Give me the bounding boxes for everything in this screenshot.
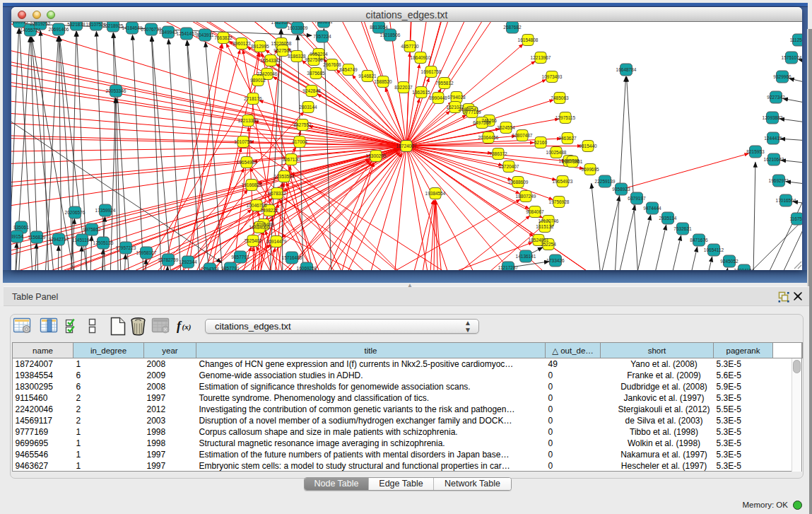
svg-text:10973493: 10973493	[542, 74, 563, 79]
svg-text:18300295: 18300295	[366, 153, 387, 158]
svg-text:8349943: 8349943	[159, 30, 177, 35]
svg-text:8960123: 8960123	[233, 41, 251, 46]
svg-text:(x): (x)	[182, 322, 192, 332]
svg-text:18807249: 18807249	[516, 194, 536, 199]
svg-text:1010755: 1010755	[234, 139, 252, 144]
svg-text:16210643: 16210643	[764, 157, 784, 162]
svg-text:10025488: 10025488	[546, 150, 567, 155]
svg-text:18640910: 18640910	[411, 55, 431, 60]
svg-text:8322037: 8322037	[394, 85, 413, 90]
svg-text:9245052: 9245052	[720, 259, 739, 264]
svg-text:12213389: 12213389	[238, 118, 259, 123]
svg-text:20691406: 20691406	[49, 27, 69, 32]
svg-text:18724007: 18724007	[396, 144, 417, 148]
svg-text:16914479: 16914479	[266, 239, 287, 244]
svg-text:17829186: 17829186	[271, 22, 292, 25]
svg-text:16648784: 16648784	[616, 67, 637, 72]
svg-text:16033809: 16033809	[288, 25, 308, 30]
svg-text:17016504: 17016504	[776, 198, 796, 203]
svg-text:1588520: 1588520	[374, 79, 392, 84]
svg-text:7632621: 7632621	[673, 226, 692, 231]
svg-text:3267130: 3267130	[282, 157, 300, 162]
svg-text:8990448: 8990448	[429, 95, 447, 100]
svg-text:20364456: 20364456	[478, 135, 499, 140]
svg-text:10004154: 10004154	[734, 268, 755, 270]
svg-text:2935114: 2935114	[659, 216, 677, 221]
svg-text:1292344: 1292344	[179, 259, 197, 264]
svg-text:3875685: 3875685	[307, 71, 325, 76]
svg-text:9474444: 9474444	[643, 206, 661, 211]
svg-text:15751074: 15751074	[782, 55, 802, 60]
svg-text:16543342: 16543342	[261, 58, 281, 63]
svg-text:9699695: 9699695	[581, 167, 599, 172]
svg-text:9463627: 9463627	[558, 136, 577, 141]
svg-text:7389691: 7389691	[314, 22, 333, 24]
svg-text:9146821: 9146821	[358, 74, 377, 78]
svg-text:2794304: 2794304	[201, 267, 219, 270]
svg-text:16484000: 16484000	[249, 225, 270, 230]
svg-text:9857791: 9857791	[221, 266, 240, 270]
svg-text:7386372: 7386372	[489, 151, 507, 156]
svg-text:62160: 62160	[534, 140, 547, 145]
svg-text:17359924: 17359924	[95, 208, 116, 213]
svg-text:9329966: 9329966	[773, 74, 792, 79]
svg-text:19654923: 19654923	[553, 179, 573, 184]
svg-text:9084067: 9084067	[526, 209, 544, 214]
svg-text:16154808: 16154808	[518, 37, 539, 42]
svg-text:15716485: 15716485	[282, 255, 302, 260]
svg-text:10046786: 10046786	[247, 203, 267, 208]
svg-text:5321838: 5321838	[67, 22, 86, 27]
svg-text:10654112: 10654112	[704, 247, 724, 252]
svg-text:17957223: 17957223	[116, 245, 136, 250]
svg-text:9777169: 9777169	[463, 110, 481, 115]
svg-text:8912995: 8912995	[251, 44, 269, 49]
svg-text:10120746: 10120746	[539, 218, 559, 223]
svg-text:3498222: 3498222	[260, 208, 278, 213]
svg-text:4857730: 4857730	[401, 44, 419, 49]
svg-text:1733426: 1733426	[546, 258, 565, 263]
svg-text:14184649: 14184649	[122, 25, 143, 30]
svg-text:10688609: 10688609	[508, 180, 529, 185]
svg-text:252254: 252254	[541, 242, 556, 247]
svg-text:6379197: 6379197	[628, 196, 646, 201]
svg-text:12505135: 12505135	[93, 240, 114, 245]
svg-text:39154: 39154	[11, 234, 23, 239]
svg-text:12093882: 12093882	[763, 115, 783, 120]
svg-text:1244415: 1244415	[764, 136, 782, 141]
svg-text:19218506: 19218506	[380, 33, 401, 37]
svg-text:12541457: 12541457	[177, 31, 197, 36]
svg-text:19654983: 19654983	[237, 160, 257, 165]
svg-text:1156829: 1156829	[28, 235, 46, 240]
svg-text:20218925: 20218925	[103, 23, 124, 28]
svg-text:12942737: 12942737	[49, 237, 69, 242]
svg-text:15226058: 15226058	[271, 41, 292, 46]
svg-text:116753: 116753	[789, 216, 802, 221]
svg-text:14055724: 14055724	[20, 28, 41, 33]
svg-text:9815440: 9815440	[579, 144, 597, 148]
svg-text:16069258: 16069258	[297, 266, 317, 270]
svg-text:7357224: 7357224	[313, 34, 331, 39]
svg-text:8427552: 8427552	[293, 122, 312, 127]
svg-text:22420046: 22420046	[257, 71, 278, 76]
svg-text:12213967: 12213967	[531, 55, 551, 60]
svg-text:417004: 417004	[292, 139, 307, 144]
svg-text:9527506: 9527506	[273, 48, 292, 53]
svg-text:2803144: 2803144	[299, 105, 317, 110]
svg-text:9358923: 9358923	[612, 187, 630, 192]
svg-text:7663822: 7663822	[214, 35, 233, 40]
svg-text:1362615: 1362615	[412, 90, 430, 95]
svg-text:6794028: 6794028	[447, 95, 466, 100]
svg-text:7200913: 7200913	[11, 22, 28, 24]
svg-text:8678332: 8678332	[268, 191, 286, 196]
svg-text:8454749: 8454749	[339, 67, 358, 72]
svg-text:1615132: 1615132	[536, 224, 554, 229]
svg-text:16782759: 16782759	[158, 257, 179, 262]
svg-text:22078951: 22078951	[563, 159, 583, 164]
svg-text:8186328: 8186328	[288, 54, 306, 59]
svg-text:10958107: 10958107	[136, 250, 157, 255]
svg-text:9242848: 9242848	[302, 88, 321, 93]
svg-text:6497568: 6497568	[473, 120, 491, 125]
svg-text:15720407: 15720407	[499, 164, 519, 169]
svg-text:19756928: 19756928	[549, 199, 570, 204]
svg-text:9953204: 9953204	[310, 52, 328, 57]
